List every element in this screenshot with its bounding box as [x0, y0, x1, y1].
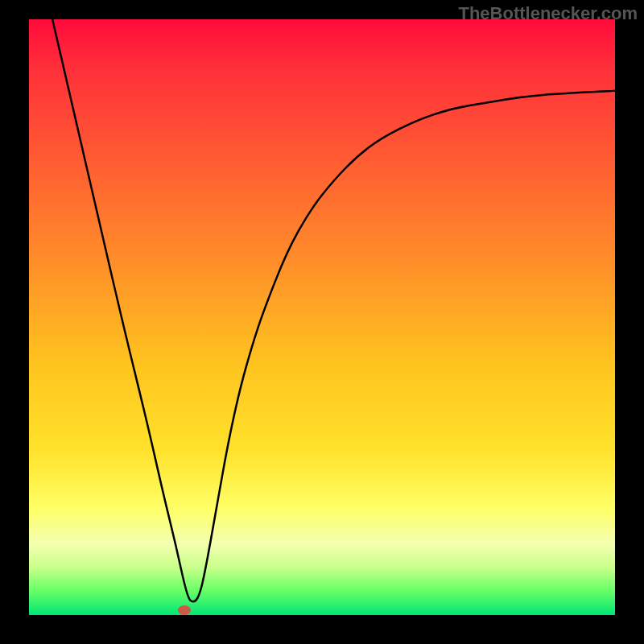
- chart-frame: TheBottlenecker.com: [0, 0, 644, 644]
- attribution-text: TheBottlenecker.com: [458, 3, 638, 24]
- min-marker: [178, 605, 191, 615]
- bottleneck-curve: [29, 19, 615, 615]
- plot-area: [29, 19, 615, 615]
